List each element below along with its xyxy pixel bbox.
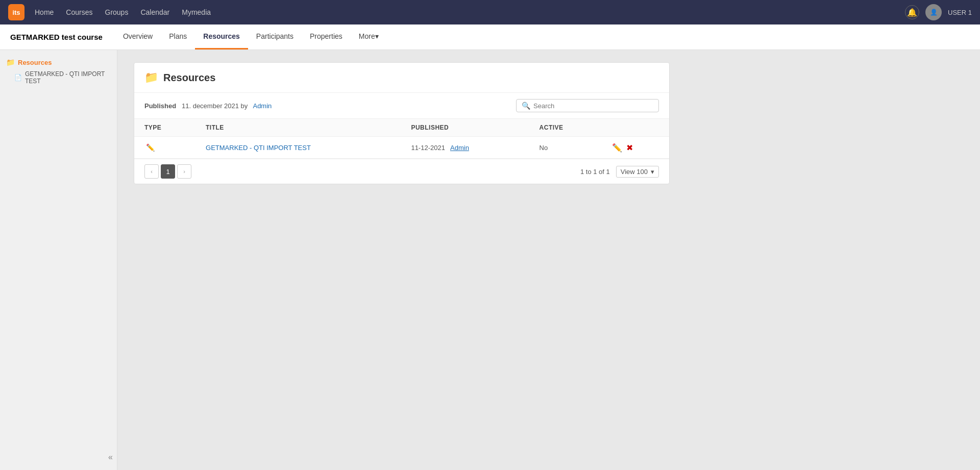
nav-courses[interactable]: Courses — [66, 8, 92, 16]
resource-title-link[interactable]: GETMARKED - QTI IMPORT TEST — [206, 144, 311, 152]
page-title: Resources — [163, 72, 215, 84]
row-active: No — [529, 137, 602, 159]
sidebar-item-resources[interactable]: 📁 Resources — [0, 56, 117, 68]
prev-page-button[interactable]: ‹ — [144, 164, 159, 179]
notifications-bell[interactable]: 🔔 — [905, 5, 919, 19]
app-logo[interactable]: its — [8, 4, 24, 20]
sidebar-qti-label: GETMARKED - QTI IMPORT TEST — [25, 70, 111, 85]
doc-icon: 📄 — [14, 74, 22, 81]
folder-icon: 📁 — [6, 58, 15, 66]
resources-folder-icon: 📁 — [144, 71, 158, 84]
search-input[interactable] — [533, 102, 653, 110]
course-title: GETMARKED test course — [10, 33, 103, 41]
sidebar-item-qti[interactable]: 📄 GETMARKED - QTI IMPORT TEST — [0, 68, 117, 87]
pagination-count: 1 to 1 of 1 — [580, 168, 610, 176]
top-nav-right: 🔔 👤 USER 1 — [905, 4, 972, 20]
qti-type-icon: ✏️ — [144, 142, 156, 153]
tab-resources[interactable]: Resources — [195, 24, 248, 50]
published-date: 11. december 2021 by — [182, 102, 248, 110]
course-nav-tabs: Overview Plans Resources Participants Pr… — [115, 24, 387, 50]
view-select-chevron: ▾ — [651, 168, 654, 176]
resources-table: TYPE TITLE PUBLISHED ACTIVE ✏️ — [134, 118, 669, 159]
top-nav-links: Home Courses Groups Calendar Mymedia — [35, 8, 905, 16]
view-select-label: View 100 — [621, 168, 648, 176]
search-icon: 🔍 — [522, 102, 530, 110]
row-type: ✏️ — [134, 137, 195, 159]
user-label: USER 1 — [948, 9, 972, 16]
nav-groups[interactable]: Groups — [105, 8, 129, 16]
row-published-date: 11-12-2021 — [411, 144, 445, 152]
delete-icon[interactable]: ✖ — [626, 143, 633, 152]
row-actions: ✏️ ✖ — [602, 137, 669, 159]
row-published: 11-12-2021 Admin — [401, 137, 529, 159]
next-page-button[interactable]: › — [177, 164, 191, 179]
published-by-link[interactable]: Admin — [253, 102, 272, 110]
table-header: TYPE TITLE PUBLISHED ACTIVE — [134, 119, 669, 137]
top-navigation: its Home Courses Groups Calendar Mymedia… — [0, 0, 980, 24]
resources-panel-header: 📁 Resources — [134, 63, 669, 93]
pagination-info: 1 to 1 of 1 View 100 ▾ — [580, 166, 659, 178]
nav-mymedia[interactable]: Mymedia — [182, 8, 211, 16]
avatar[interactable]: 👤 — [925, 4, 942, 20]
search-box: 🔍 — [516, 99, 659, 112]
nav-calendar[interactable]: Calendar — [140, 8, 169, 16]
view-select[interactable]: View 100 ▾ — [616, 166, 659, 178]
sidebar: 📁 Resources 📄 GETMARKED - QTI IMPORT TES… — [0, 50, 117, 470]
resources-panel: 📁 Resources Published 11. december 2021 … — [134, 62, 670, 184]
resources-meta-bar: Published 11. december 2021 by Admin 🔍 — [134, 93, 669, 118]
table-body: ✏️ GETMARKED - QTI IMPORT TEST 11-12-202… — [134, 137, 669, 159]
row-published-by[interactable]: Admin — [450, 144, 469, 152]
current-page-button[interactable]: 1 — [161, 164, 175, 179]
pagination-controls: ‹ 1 › — [144, 164, 191, 179]
sidebar-collapse-button[interactable]: « — [108, 453, 113, 462]
edit-icon[interactable]: ✏️ — [612, 143, 622, 152]
course-navigation: GETMARKED test course Overview Plans Res… — [0, 24, 980, 50]
tab-plans[interactable]: Plans — [161, 24, 195, 50]
col-actions — [602, 119, 669, 137]
table-row: ✏️ GETMARKED - QTI IMPORT TEST 11-12-202… — [134, 137, 669, 159]
published-info: Published 11. december 2021 by Admin — [144, 102, 272, 110]
nav-home[interactable]: Home — [35, 8, 54, 16]
col-type: TYPE — [134, 119, 195, 137]
pencil-icon: ✏️ — [146, 143, 155, 152]
tab-participants[interactable]: Participants — [248, 24, 302, 50]
tab-more[interactable]: More ▾ — [351, 24, 387, 50]
col-title: TITLE — [195, 119, 401, 137]
tab-properties[interactable]: Properties — [302, 24, 351, 50]
col-published: PUBLISHED — [401, 119, 529, 137]
published-label: Published — [144, 102, 176, 110]
col-active: ACTIVE — [529, 119, 602, 137]
pagination-row: ‹ 1 › 1 to 1 of 1 View 100 ▾ — [134, 159, 669, 184]
row-title: GETMARKED - QTI IMPORT TEST — [195, 137, 401, 159]
main-layout: 📁 Resources 📄 GETMARKED - QTI IMPORT TES… — [0, 50, 980, 470]
content-area: 📁 Resources Published 11. december 2021 … — [117, 50, 980, 470]
sidebar-resources-label: Resources — [18, 59, 52, 66]
tab-overview[interactable]: Overview — [115, 24, 161, 50]
